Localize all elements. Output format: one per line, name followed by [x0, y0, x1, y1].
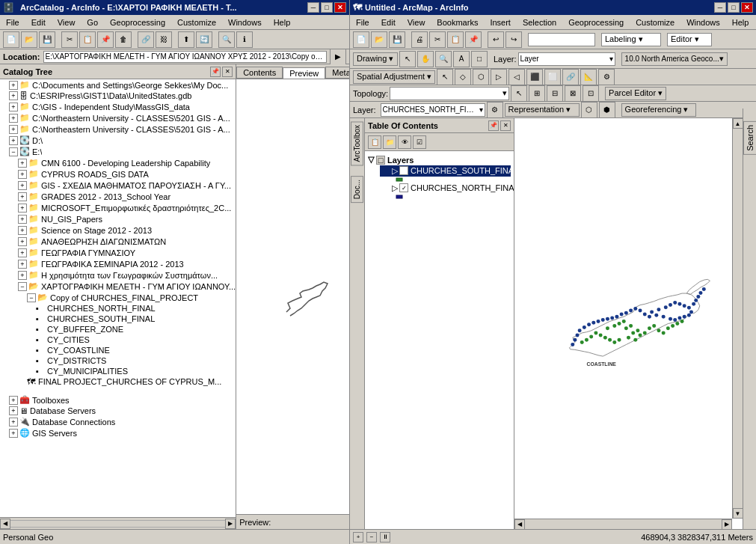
paste-button[interactable]: 📌: [97, 31, 114, 48]
drawing-dropdown[interactable]: Drawing ▾: [353, 52, 398, 66]
arcmap-close-button[interactable]: ✕: [741, 2, 753, 13]
delete-button[interactable]: 🗑: [115, 31, 132, 48]
expander-e[interactable]: −: [9, 147, 18, 156]
map-pause-status[interactable]: ⏸: [380, 532, 390, 543]
tab-contents[interactable]: Contents: [236, 67, 283, 79]
spatial-tool9[interactable]: ⚙: [598, 69, 615, 85]
tree-item-cy-districts[interactable]: ▪ CY_DISTRICTS: [0, 355, 236, 366]
menu-go[interactable]: Go: [84, 16, 101, 28]
georef-btn1[interactable]: ⚙: [487, 102, 503, 118]
scroll-left-button[interactable]: ◀: [0, 519, 10, 529]
tree-item-docs[interactable]: + 📁 C:\Documents and Settings\George Sek…: [0, 79, 236, 91]
expander-hrisimotita[interactable]: +: [18, 271, 27, 280]
map-scroll-left[interactable]: ◀: [514, 519, 525, 530]
tree-item-cy-coastline[interactable]: ▪ CY_COASTLINE: [0, 345, 236, 355]
menu-windows[interactable]: Windows: [225, 16, 265, 28]
expander-microsoft[interactable]: +: [18, 204, 27, 213]
tree-item-nu-gis[interactable]: + 📁 NU_GIS_Papers: [0, 213, 236, 224]
redo-button[interactable]: ↪: [505, 31, 522, 48]
expander-nu1[interactable]: +: [9, 114, 18, 123]
parcel-editor-dropdown[interactable]: Parcel Editor ▾: [605, 87, 666, 100]
toc-layer2-item[interactable]: ▷ ✓ CHURCHES_NORTH_FINAL: [380, 183, 511, 194]
disconnect-button[interactable]: ⛓: [156, 31, 172, 48]
undo-button[interactable]: ↩: [488, 31, 504, 48]
tree-item-toolboxes[interactable]: + 🧰 Toolboxes: [0, 394, 236, 406]
menu-view[interactable]: View: [55, 16, 79, 28]
arcmap-menu-help[interactable]: Help: [729, 16, 752, 28]
tree-item-e[interactable]: − 💽 E:\: [0, 146, 236, 157]
tree-item-anathewrisi[interactable]: + 📁 ΑΝΑΘΕΩΡΗΣΗ ΔΙΑΓΩΝΙΣΜΑΤΩΝ: [0, 236, 236, 247]
toc-list-by-selection[interactable]: ☑: [413, 135, 426, 149]
menu-file[interactable]: File: [3, 16, 22, 28]
tree-horizontal-scrollbar[interactable]: ◀ ▶: [0, 517, 236, 529]
representation-dropdown[interactable]: Representation ▾: [505, 103, 580, 117]
tree-item-cy-cities[interactable]: ▪ CY_CITIES: [0, 334, 236, 345]
tree-item-final-project[interactable]: 🗺 FINAL PROJECT_CHURCHES OF CYPRUS_M...: [0, 376, 236, 387]
rectangle-tool[interactable]: □: [471, 51, 488, 67]
tree-item-geografia[interactable]: + 📁 ΓΕΩΓΡΑΦΙΑ ΓΥΜΝΑΣΙΟΥ: [0, 247, 236, 258]
expander-cyprus-roads[interactable]: +: [18, 170, 27, 179]
metadata-button[interactable]: ℹ: [236, 31, 253, 48]
georef-btn3[interactable]: ⬢: [599, 102, 615, 118]
scroll-right-button[interactable]: ▶: [225, 519, 236, 529]
maximize-button[interactable]: □: [321, 2, 333, 13]
expander-toolboxes[interactable]: +: [9, 396, 18, 405]
minimize-button[interactable]: ─: [307, 2, 319, 13]
spatial-tool2[interactable]: ⬡: [473, 69, 489, 85]
tree-item-hrisimotita[interactable]: + 📁 Η χρησιμότητα των Γεωγραφικών Συστημ…: [0, 269, 236, 281]
arcmap-menu-edit[interactable]: Edit: [378, 16, 399, 28]
georeferencing-dropdown[interactable]: Georeferencing ▾: [621, 103, 696, 117]
new-map-button[interactable]: 📄: [353, 31, 369, 48]
toc-list-by-drawing-order[interactable]: 📋: [368, 135, 381, 149]
tree-close-button[interactable]: ✕: [222, 67, 233, 77]
pan-tool[interactable]: ✋: [417, 51, 434, 67]
layer1-checkbox[interactable]: ✓: [399, 166, 408, 175]
expander-grades[interactable]: +: [18, 192, 27, 201]
tree-item-cyprus-roads[interactable]: + 📁 CYPRUS ROADS_GIS DATA: [0, 168, 236, 180]
tree-item-grades[interactable]: + 📁 GRADES 2012 - 2013_School Year: [0, 191, 236, 202]
tree-item-gis-servers[interactable]: + 🌐 GIS Servers: [0, 427, 236, 438]
toc-close-button[interactable]: ✕: [500, 120, 511, 131]
expander-d[interactable]: +: [9, 136, 18, 145]
toc-layers-header[interactable]: ▽ □ Layers: [368, 154, 511, 165]
expander-geografia[interactable]: +: [18, 248, 27, 257]
arcmap-search-tab[interactable]: Search: [743, 121, 757, 155]
tree-item-cy-buffer[interactable]: ▪ CY_BUFFER_ZONE: [0, 324, 236, 334]
expander-gis[interactable]: +: [9, 103, 18, 111]
arcmap-menu-selection[interactable]: Selection: [520, 16, 559, 28]
tree-item-cmn[interactable]: + 📁 CMN 6100 - Developing Leadership Cap…: [0, 157, 236, 168]
tree-item-gis[interactable]: + 📁 C:\GIS - Independent Study\MassGIS_d…: [0, 101, 236, 112]
select-tool[interactable]: ↖: [399, 51, 416, 67]
spatial-tool6[interactable]: ⬜: [544, 69, 561, 85]
georef-btn2[interactable]: ⬡: [581, 102, 597, 118]
tree-pin-button[interactable]: 📌: [210, 67, 221, 77]
cut-button[interactable]: ✂: [61, 31, 78, 48]
tree-item-db-servers[interactable]: + 🖥 Database Servers: [0, 406, 236, 416]
menu-edit[interactable]: Edit: [28, 16, 49, 28]
toc-list-by-source[interactable]: 📁: [383, 135, 396, 149]
expander-gis-servers[interactable]: +: [9, 429, 18, 438]
open-map-button[interactable]: 📂: [371, 31, 387, 48]
tree-item-cy-municipalities[interactable]: ▪ CY_MUNICIPALITIES: [0, 366, 236, 376]
expander-nu2[interactable]: +: [9, 125, 18, 134]
doc-tab-strip[interactable]: Doc...: [351, 176, 363, 203]
topology-dropdown[interactable]: ▾: [390, 87, 509, 100]
labeling-dropdown[interactable]: Labeling ▾: [601, 33, 661, 46]
new-button[interactable]: 📄: [3, 31, 19, 48]
paste-map-button[interactable]: 📌: [465, 31, 482, 48]
arcmap-menu-geoprocessing[interactable]: Geoprocessing: [565, 16, 627, 28]
spatial-tool7[interactable]: 🔗: [562, 69, 579, 85]
spatial-tool4[interactable]: ◁: [508, 69, 525, 85]
tree-item-nu2[interactable]: + 📁 C:\Northeastern University - CLASSES…: [0, 123, 236, 135]
menu-customize[interactable]: Customize: [174, 16, 219, 28]
expander-docs[interactable]: +: [9, 81, 18, 90]
location-go-button[interactable]: ▶: [330, 49, 346, 65]
arcmap-menu-view[interactable]: View: [405, 16, 428, 28]
print-button[interactable]: 🖨: [411, 31, 428, 48]
na-geocoder-dropdown[interactable]: 10.0 North America Geoco... ▾: [621, 52, 728, 66]
zoom-in-tool[interactable]: 🔍: [435, 51, 452, 67]
layer-dropdown-drawing[interactable]: Layer ▾: [518, 52, 615, 66]
arcmap-minimize-button[interactable]: ─: [714, 2, 726, 13]
tree-item-churches-north[interactable]: ▪ CHURCHES_NORTH_FINAL: [0, 303, 236, 314]
expander-xartografiki[interactable]: −: [18, 282, 27, 291]
